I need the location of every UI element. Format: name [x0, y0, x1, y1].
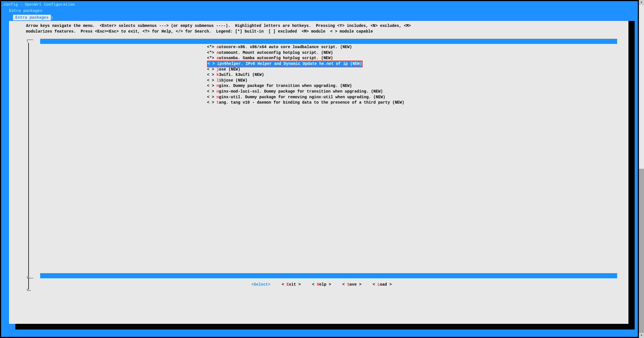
hotkey-letter: a [217, 50, 219, 55]
tab-row: Extra packages┐ [1, 15, 638, 22]
item-mark: < > [207, 89, 217, 94]
menu-top-bar [40, 39, 617, 44]
hotkey-letter: n [217, 84, 219, 88]
frame-corner-icon: ┌── [26, 38, 33, 42]
menu-item[interactable]: < > nginx. Dummy package for transition … [207, 83, 620, 89]
item-label: ang. tang v10 - daemon for binding data … [219, 100, 404, 105]
hotkey-letter: i [217, 61, 219, 66]
hotkey-letter: S [347, 282, 349, 287]
item-mark: < > [207, 78, 217, 83]
action-button[interactable]: <Select> [251, 282, 270, 287]
item-label: ose (NEW) [219, 67, 240, 72]
hotkey-letter: a [217, 56, 219, 60]
frame-corner-icon: └─ [26, 288, 31, 293]
menu-item[interactable]: <*> automount. Mount autoconfig hotplug … [207, 50, 620, 56]
item-label: ibjose (NEW) [219, 78, 247, 83]
hotkey-letter: j [217, 67, 219, 72]
menu-bottom-bar [40, 273, 617, 278]
button-pre: < [282, 282, 287, 287]
item-mark: <*> [207, 56, 217, 60]
tab-extra-packages[interactable]: Extra packages [13, 15, 51, 20]
tab-corner-icon: ┐ [51, 15, 53, 19]
scrollbar[interactable]: ∧ ∨ [639, 0, 644, 338]
menu-item[interactable]: < > nginx-mod-luci-ssl. Dummy package fo… [207, 89, 620, 95]
hotkey-letter: S [254, 282, 256, 287]
hotkey-letter: l [217, 78, 219, 83]
menu-item[interactable]: < > tang. tang v10 - daemon for binding … [207, 100, 620, 106]
menu-item[interactable]: < > libjose (NEW) [207, 78, 620, 84]
action-button[interactable]: < Exit > [282, 282, 301, 287]
hotkey-letter: L [378, 282, 380, 287]
scrollbar-thumb[interactable] [639, 169, 644, 337]
frame-left-line [28, 43, 29, 278]
button-post: xit > [289, 282, 301, 287]
action-button[interactable]: < Save > [343, 282, 361, 287]
bottom-frame: └─ <Select>< Exit >< Help >< Save >< Loa… [23, 281, 620, 288]
action-button[interactable]: < Help > [312, 282, 331, 287]
breadcrumb: Extra packages [1, 8, 638, 15]
button-post: oad > [380, 282, 392, 287]
menu-list[interactable]: <*> autocore-x86. x86/x64 auto core load… [26, 44, 620, 273]
hotkey-letter: a [217, 45, 219, 49]
help-text: Arrow keys navigate the menu. <Enter> se… [9, 21, 628, 37]
menu-item[interactable]: < > ipv6helper. IPv6 Helper and Dynamic … [207, 61, 363, 67]
button-post: elect> [256, 282, 270, 287]
item-mark: < > [207, 95, 217, 99]
item-label: utomount. Mount autoconfig hotplug scrip… [219, 50, 333, 55]
hotkey-letter: n [217, 95, 219, 99]
button-pre: < [312, 282, 317, 287]
hotkey-letter: H [317, 282, 319, 287]
menu-item[interactable]: < > jose (NEW) [207, 67, 620, 72]
item-mark: < > [207, 84, 217, 88]
button-row: <Select>< Exit >< Help >< Save >< Load > [23, 281, 620, 288]
button-post: ave > [350, 282, 361, 287]
item-mark: <*> [207, 50, 217, 55]
menu-area: ┌── └── <*> autocore-x86. x86/x64 auto c… [26, 39, 620, 278]
item-mark: < > [208, 61, 217, 66]
hotkey-letter: t [217, 100, 219, 105]
item-label: ginx-mod-luci-ssl. Dummy package for tra… [219, 89, 383, 94]
main-panel: Arrow keys navigate the menu. <Enter> se… [9, 21, 628, 324]
menu-item[interactable]: < > k3wifi. k3wifi (NEW) [207, 72, 620, 78]
menu-item[interactable]: <*> autocore-x86. x86/x64 auto core load… [207, 44, 620, 50]
scroll-up-icon[interactable]: ∧ [639, 0, 644, 5]
item-label: pv6helper. IPv6 Helper and Dynamic Updat… [219, 61, 362, 66]
hotkey-letter: k [217, 72, 219, 77]
item-mark: < > [207, 100, 217, 105]
item-label: ginx. Dummy package for transition when … [219, 84, 352, 88]
button-post: elp > [319, 282, 331, 287]
hotkey-letter: n [217, 89, 219, 94]
item-label: utosamba. Samba autoconfig hotplug scrip… [219, 56, 333, 60]
item-label: 3wifi. k3wifi (NEW) [219, 72, 264, 77]
outer-frame: .config - OpenWrt Configuration Extra pa… [1, 1, 638, 337]
scroll-down-icon[interactable]: ∨ [639, 333, 644, 338]
item-label: utocore-x86. x86/x64 auto core loadbalan… [219, 45, 352, 49]
button-pre: < [373, 282, 378, 287]
action-button[interactable]: < Load > [373, 282, 392, 287]
item-label: ginx-util. Dummy package for removing ng… [219, 95, 385, 99]
item-mark: <*> [207, 45, 217, 49]
menu-item[interactable]: < > nginx-util. Dummy package for removi… [207, 95, 620, 100]
button-pre: < [343, 282, 347, 287]
frame-corner-icon: └── [26, 276, 33, 281]
item-mark: < > [207, 72, 217, 77]
item-mark: < > [207, 67, 217, 72]
window-title: .config - OpenWrt Configuration [1, 1, 638, 8]
frame-left-line [28, 278, 29, 290]
